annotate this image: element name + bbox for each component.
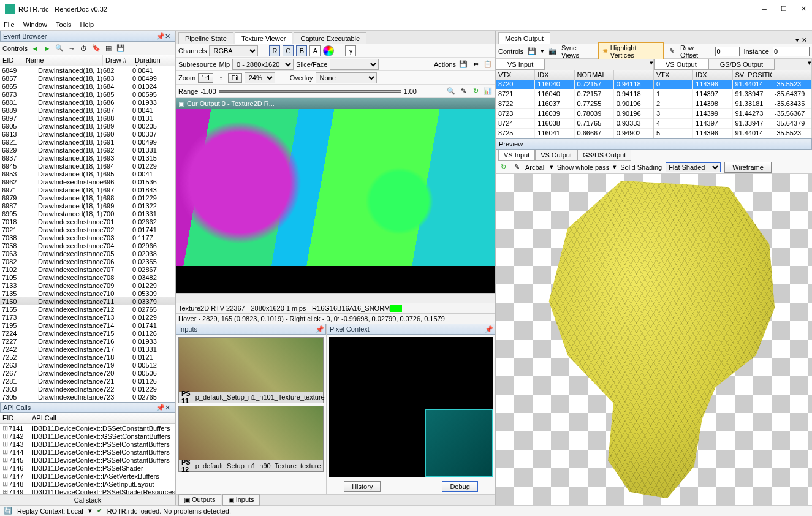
tab-gsds-output[interactable]: GS/DS Output [708,59,775,70]
col-svpos[interactable]: SV_POSITION [733,70,772,80]
event-row[interactable]: 6913DrawInstanced(18, 1)6900.00307 [0,130,175,138]
event-row[interactable]: 6945DrawInstanced(18, 1)6940.01229 [0,162,175,170]
dropdown-icon[interactable]: ▾ [613,163,617,171]
columns-icon[interactable]: ▦ [104,44,113,53]
channel-g-button[interactable]: G [283,45,294,56]
col-idx[interactable]: IDX [535,70,574,80]
event-row[interactable]: 7195DrawIndexedInstanced(2...7140.01741 [0,321,175,329]
event-row[interactable]: 7155DrawIndexedInstanced(2...7120.02765 [0,305,175,313]
edit-icon[interactable]: ✎ [512,162,522,172]
minimize-button[interactable]: ─ [761,6,768,13]
event-row[interactable]: 6889DrawInstanced(18, 1)6870.0041 [0,106,175,114]
table-row[interactable]: 87251160410.666670.94902 [496,129,653,138]
timer-icon[interactable]: ⏱ [79,44,89,53]
api-row[interactable]: ⊞7143ID3D11DeviceContext::PSSetConstantB… [0,440,175,448]
pin-icon[interactable]: 📌 [316,325,323,333]
api-row[interactable]: ⊞7144ID3D11DeviceContext::PSSetConstantB… [0,448,175,456]
menu-help[interactable]: Help [80,21,94,28]
event-row[interactable]: 7063DrawIndexedInstanced(6...7050.02038 [0,249,175,257]
tab-outputs[interactable]: ▣ Outputs [178,494,221,506]
save-icon[interactable]: 💾 [527,47,537,56]
event-row[interactable]: 7305DrawIndexedInstanced(3...7230.02765 [0,393,175,401]
table-row[interactable]: 87231160390.780390.90196 [496,109,653,119]
arcball-label[interactable]: Arcball [525,164,546,171]
mip-select[interactable]: 0 - 2880x1620 [232,59,294,70]
col-eid[interactable]: EID [0,55,23,66]
event-row[interactable]: 6849DrawInstanced(18, 1)6820.0041 [0,66,175,74]
pixel-context-view[interactable] [329,337,493,477]
event-row[interactable]: 6953DrawInstanced(18, 1)6950.0041 [0,170,175,178]
dropdown-icon[interactable]: ▾ [650,59,653,70]
close-icon[interactable]: ✕ [802,36,807,44]
tab-texture-viewer[interactable]: Texture Viewer [235,32,293,44]
table-row[interactable]: 87211160400.721570.94118 [496,89,653,99]
histogram-icon[interactable]: 📊 [483,86,493,96]
close-button[interactable]: ✕ [800,6,807,13]
event-row[interactable]: 7038DrawIndexedInstanced(5...7030.1177 [0,233,175,241]
overlay-select[interactable]: None [316,72,377,83]
range-slider[interactable] [219,90,401,93]
event-row[interactable]: 6937DrawInstanced(18, 1)6930.01315 [0,154,175,162]
event-row[interactable]: 6979DrawInstanced(18, 1)6980.01229 [0,194,175,202]
event-row[interactable]: 7173DrawIndexedInstanced(9...7130.01229 [0,313,175,321]
menu-file[interactable]: File [4,21,15,28]
reset-icon[interactable]: ↻ [471,86,480,96]
bookmark-icon[interactable]: 🔖 [91,44,101,53]
ptab-gsds[interactable]: GS/DS Output [577,150,631,161]
prev-arrow-icon[interactable]: ◄ [30,44,40,53]
event-row[interactable]: 6962DrawIndexedInstanced(1...6960.01536 [0,178,175,186]
zoom-fit-button[interactable]: Fit [228,73,241,83]
event-row[interactable]: 7018DrawIndexedInstanced(1...7010.02662 [0,218,175,226]
debug-button[interactable]: Debug [442,481,477,492]
dropdown-icon[interactable]: ▾ [550,163,553,171]
event-row[interactable]: 7227DrawIndexedInstanced(3...7160.01933 [0,337,175,345]
event-row[interactable]: 7242DrawIndexedInstanced(5...7170.01331 [0,345,175,353]
table-row[interactable]: 87241160380.717650.93333 [496,119,653,129]
event-row[interactable]: 6897DrawInstanced(18, 1)6880.0131 [0,114,175,122]
event-row[interactable]: 6987DrawInstanced(18, 1)6990.01322 [0,202,175,210]
flip-icon[interactable]: ↕ [216,73,226,83]
event-row[interactable]: 6873DrawInstanced(18, 1)6850.00595 [0,90,175,98]
vs-output-rows[interactable]: 011439691.44014-35.5523111439791.33947-3… [654,80,811,138]
col-idx[interactable]: IDX [693,70,732,80]
color-wheel-icon[interactable] [323,45,334,56]
show-whole-label[interactable]: Show whole pass [557,164,610,171]
pin-icon[interactable]: 📌 [485,325,492,333]
table-row[interactable]: 111439791.33947-35.64379 [654,89,811,99]
highlight-vertices-button[interactable]: ✸Highlight Vertices [598,42,664,61]
event-row[interactable]: 7135DrawIndexedInstanced(2...7100.05309 [0,289,175,297]
col-duration[interactable]: Duration (ms) [132,55,169,66]
event-row[interactable]: 6929DrawInstanced(18, 1)6920.01331 [0,146,175,154]
channel-a-button[interactable]: A [309,45,321,56]
maximize-button[interactable]: ☐ [780,6,787,13]
api-row[interactable]: ⊞7149ID3D11DeviceContext::PSSetShaderRes… [0,488,175,494]
col-draw[interactable]: Draw # [103,55,132,66]
col-normal2[interactable] [614,70,653,80]
slice-select[interactable] [330,59,379,70]
api-row[interactable]: ⊞7145ID3D11DeviceContext::PSSetConstantB… [0,456,175,464]
table-row[interactable]: 511439691.44014-35.5523 [654,129,811,138]
texture-tab-title[interactable]: ▣Cur Output 0 - Texture2D R... [176,98,495,109]
dropdown-icon[interactable]: ▾ [88,507,92,515]
row-offset-input[interactable] [715,47,740,56]
next-arrow-icon[interactable]: ► [42,44,52,53]
dropdown-icon[interactable]: ▾ [541,47,544,55]
goto-icon[interactable]: ⇔ [471,59,480,69]
api-row[interactable]: ⊞7146ID3D11DeviceContext::PSSetShader [0,464,175,472]
api-list[interactable]: ⊞7141ID3D11DeviceContext::DSSetConstantB… [0,424,175,494]
event-row[interactable]: 7263DrawIndexedInstanced(3...7190.00512 [0,361,175,369]
event-row[interactable]: 6971DrawInstanced(18, 1)6970.01843 [0,186,175,194]
callstack-label[interactable]: Callstack [0,494,175,505]
event-row[interactable]: 7133DrawIndexedInstanced(4...7090.01229 [0,281,175,289]
event-row[interactable]: 6921DrawInstanced(18, 1)6910.00499 [0,138,175,146]
col-name[interactable]: Name [23,55,103,66]
wireframe-button[interactable]: Wireframe [724,162,772,173]
menu-window[interactable]: Window [23,21,47,28]
event-row[interactable]: 6995DrawInstanced(18, 1)7000.01331 [0,210,175,218]
tab-vs-input[interactable]: VS Input [496,59,545,70]
col-normal[interactable]: NORMAL [575,70,614,80]
tab-vs-output[interactable]: VS Output [654,59,708,70]
event-row[interactable]: 7303DrawIndexedInstanced(1...7220.01229 [0,385,175,393]
input-thumbnail[interactable]: PS 11p_default_Setup_n1_n101_Texture_tex… [178,337,324,403]
event-row[interactable]: 7224DrawIndexedInstanced(3...7150.01126 [0,329,175,337]
